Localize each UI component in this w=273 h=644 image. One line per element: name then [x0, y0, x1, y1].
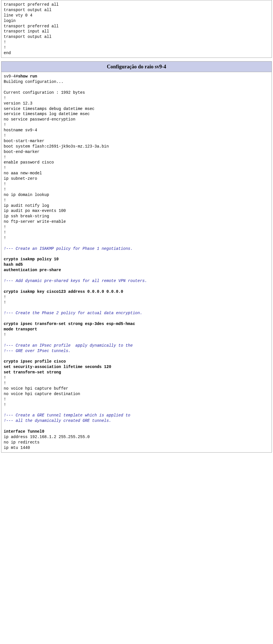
- bold-isakmp-key: crypto isakmp key cisco123 address 0.0.0…: [4, 289, 123, 294]
- comment-tunnel-b: !--- all the dynamically created GRE tun…: [4, 418, 111, 423]
- comment-ipsec-profile-a: !--- Create an IPsec profile apply dynam…: [4, 343, 133, 348]
- segment-02: ! !: [4, 295, 6, 305]
- bold-isakmp-policy: crypto isakmp policy 10 hash md5 authent…: [4, 257, 61, 272]
- bold-ipsec-profile: crypto ipsec profile cisco set security-…: [4, 359, 111, 375]
- comment-isakmp: !--- Create an ISAKMP policy for Phase 1…: [4, 246, 133, 251]
- segment-03: !: [4, 332, 6, 337]
- comment-ipsec-profile-b: !--- GRE over IPsec tunnels.: [4, 349, 71, 353]
- main-config-text: sv9-4#show run Building configuration...…: [4, 74, 269, 450]
- show-run-cmd: show run: [18, 74, 37, 79]
- comment-preshared: !--- Add dynamic pre-shared keys for all…: [4, 279, 147, 283]
- main-box-header: Configuração do raio sv9-4: [1, 62, 272, 72]
- bold-interface-tunnel: interface Tunnel0: [4, 429, 44, 434]
- main-config-box: Configuração do raio sv9-4 sv9-4#show ru…: [1, 61, 272, 453]
- comment-phase2: !--- Create the Phase 2 policy for actua…: [4, 311, 142, 315]
- prompt: sv9-4#: [4, 74, 18, 79]
- segment-05: ip address 192.168.1.2 255.255.255.0 no …: [4, 435, 90, 450]
- comment-tunnel-a: !--- Create a GRE tunnel template which …: [4, 413, 130, 418]
- segment-01: Building configuration... Current config…: [4, 79, 109, 240]
- top-config-box: transport preferred all transport output…: [1, 0, 272, 58]
- top-config-text: transport preferred all transport output…: [4, 2, 269, 56]
- bold-transform-set: crypto ipsec transform-set strong esp-3d…: [4, 322, 135, 332]
- segment-04: ! ! no voice hpi capture buffer no voice…: [4, 375, 80, 407]
